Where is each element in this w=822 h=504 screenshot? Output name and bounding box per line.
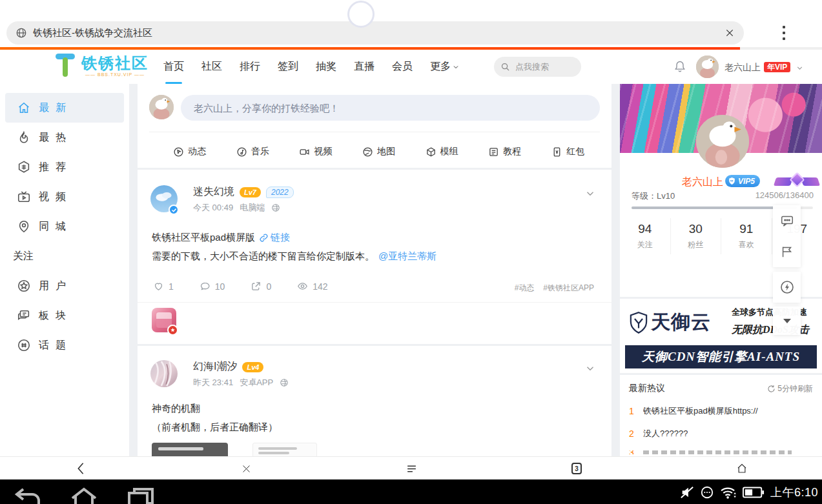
search-input[interactable] xyxy=(514,61,572,72)
post-device: 电脑端 xyxy=(240,202,265,214)
nav-item-member[interactable]: 会员 xyxy=(392,50,413,84)
attachment-thumbnail[interactable] xyxy=(152,443,228,456)
sidebar-item-local[interactable]: 同城 xyxy=(5,212,124,241)
mute-icon xyxy=(680,485,694,499)
ad-shield-icon xyxy=(629,312,648,334)
page-title: 铁锈社区-铁锈战争交流社区 xyxy=(33,27,724,39)
battery-icon xyxy=(743,486,765,499)
toolbar-back-icon[interactable] xyxy=(71,457,90,480)
category-mod[interactable]: 模组 xyxy=(426,146,458,157)
post-options-chevron-icon[interactable] xyxy=(584,363,596,374)
close-icon[interactable] xyxy=(724,28,735,38)
attachment-link[interactable]: 链接 xyxy=(259,232,290,244)
views-counter: 142 xyxy=(297,281,327,292)
profile-level: 等级：Lv10 xyxy=(632,190,675,202)
composer-input[interactable] xyxy=(181,95,600,121)
address-bar[interactable]: 铁锈社区-铁锈战争交流社区 xyxy=(6,21,744,45)
sidebar-item-topics[interactable]: 话题 xyxy=(5,330,124,360)
stat-likes[interactable]: 91 喜欢 xyxy=(721,218,772,254)
nav-item-community[interactable]: 社区 xyxy=(201,50,222,84)
comment-button[interactable]: 10 xyxy=(200,281,225,292)
boost-lightning-icon[interactable] xyxy=(779,279,795,295)
map-globe-icon xyxy=(362,146,373,157)
bell-icon[interactable] xyxy=(673,60,686,73)
nav-item-ranking[interactable]: 排行 xyxy=(240,50,260,84)
category-dynamic[interactable]: 动态 xyxy=(173,146,206,157)
sidebar-item-latest[interactable]: 最新 xyxy=(5,93,124,123)
hot-topic-item[interactable]: 2 没人?????? xyxy=(629,428,813,439)
sidebar-item-users[interactable]: 用户 xyxy=(5,271,124,301)
visibility-globe-icon xyxy=(271,203,280,212)
category-redpacket[interactable]: 红包 xyxy=(551,146,584,157)
category-video[interactable]: 视频 xyxy=(299,146,332,157)
nav-item-lottery[interactable]: 抽奖 xyxy=(316,50,336,84)
post-author-name[interactable]: 幻海I潮汐 xyxy=(193,360,237,374)
profile-exp: 124506/136400 xyxy=(755,190,814,202)
post-options-chevron-icon[interactable] xyxy=(584,188,596,199)
mention-link[interactable]: @亚特兰蒂斯 xyxy=(378,250,437,263)
sidebar-item-recommend[interactable]: 推荐 xyxy=(5,152,124,182)
system-home-icon[interactable] xyxy=(70,487,98,504)
hot-topics-title: 最新热议 xyxy=(629,383,665,394)
post-author-name[interactable]: 迷失幻境 xyxy=(193,185,234,199)
stat-followers[interactable]: 30 粉丝 xyxy=(671,218,722,254)
category-map[interactable]: 地图 xyxy=(362,146,395,157)
tag[interactable]: #动态 xyxy=(515,283,535,294)
post-author-avatar[interactable] xyxy=(150,360,178,387)
profile-avatar[interactable] xyxy=(696,115,749,168)
post-tags: #动态 #铁锈社区APP xyxy=(515,283,594,294)
nav-item-more[interactable]: 更多 xyxy=(430,50,460,84)
toolbar-tabs-icon[interactable]: 3 xyxy=(567,457,586,480)
system-back-icon[interactable] xyxy=(14,487,41,504)
toolbar-close-icon[interactable] xyxy=(236,457,256,480)
attachment-thumbnail[interactable] xyxy=(252,443,317,456)
stat-following[interactable]: 94 关注 xyxy=(620,218,671,254)
toolbar-home-icon[interactable] xyxy=(732,457,752,480)
report-flag-icon[interactable] xyxy=(780,245,794,259)
nav-item-home[interactable]: 首页 xyxy=(163,50,184,84)
tab-count: 3 xyxy=(571,463,582,474)
nav-item-live[interactable]: 直播 xyxy=(354,50,375,84)
hot-topic-item[interactable]: 1 铁锈社区平板pad横屏版https:// xyxy=(629,405,813,417)
feedback-comment-icon[interactable] xyxy=(780,214,794,228)
sidebar-item-video[interactable]: 视频 xyxy=(5,182,124,212)
user-menu-chevron-icon[interactable] xyxy=(796,64,804,72)
hot-topics-card: 最新热议 5分钟刷新 1 铁锈社区平板pad横屏版https:// 2 没人??… xyxy=(620,375,822,456)
like-button[interactable]: 1 xyxy=(153,281,174,292)
refresh-button[interactable]: 5分钟刷新 xyxy=(767,383,813,394)
sidebar-item-boards[interactable]: 板块 xyxy=(5,301,124,330)
share-button[interactable]: 0 xyxy=(251,281,271,292)
ad-banner-text: 天御CDN智能引擎AI-ANTS xyxy=(625,345,817,368)
nav-item-checkin[interactable]: 签到 xyxy=(278,50,298,84)
header-username[interactable]: 老六山上 xyxy=(724,62,761,74)
header-avatar[interactable] xyxy=(696,55,719,78)
composer-avatar[interactable] xyxy=(149,95,174,119)
category-tutorial[interactable]: 教程 xyxy=(488,146,521,157)
browser-menu-icon[interactable] xyxy=(779,26,789,40)
link-icon xyxy=(259,233,269,243)
profile-username[interactable]: 老六山上 xyxy=(682,176,723,189)
red-packet-icon xyxy=(551,146,562,157)
logo-t-icon xyxy=(54,52,76,79)
site-logo[interactable]: 铁锈社区 —— BBS.TXU.VIP —— xyxy=(54,52,149,79)
tag[interactable]: #铁锈社区APP xyxy=(543,283,594,294)
hot-topic-item[interactable]: 3 xyxy=(629,450,813,454)
honor-medal-icon xyxy=(774,173,820,191)
video-camera-icon xyxy=(299,146,310,157)
sidebar-item-hot[interactable]: 最热 xyxy=(5,123,124,152)
header-search[interactable] xyxy=(494,57,581,77)
home-icon xyxy=(17,101,31,115)
hash-icon xyxy=(17,338,31,352)
post-card: 迷失幻境 Lv7 2022 今天 00:49 电脑端 铁锈社区平板pad横屏版 xyxy=(138,170,611,344)
post-content-line: 铁锈社区平板pad横屏版 链接 xyxy=(152,232,290,244)
toolbar-menu-icon[interactable] xyxy=(402,457,421,480)
collapse-panel-icon[interactable] xyxy=(783,319,791,323)
category-music[interactable]: 音乐 xyxy=(236,146,269,157)
logo-text: 铁锈社区 xyxy=(81,55,149,71)
post-device: 安卓APP xyxy=(240,377,273,388)
system-recents-icon[interactable] xyxy=(127,487,155,504)
verified-badge-icon xyxy=(169,205,179,215)
post-content-line: （前者机翻，后者正确翻译） xyxy=(152,421,278,434)
tablet-screen: 铁锈社区-铁锈战争交流社区 铁锈社区 —— BBS.TXU.VIP —— 首页 … xyxy=(0,0,822,504)
vip5-badge: VIP5 xyxy=(725,175,760,187)
